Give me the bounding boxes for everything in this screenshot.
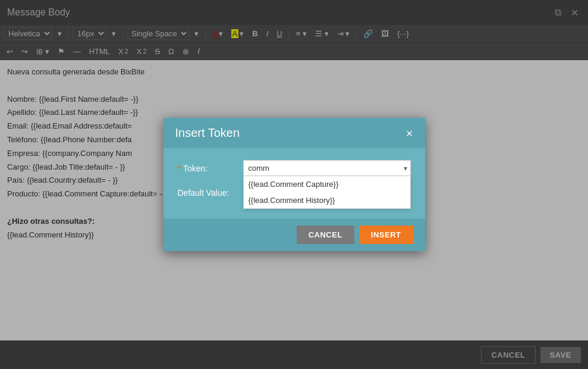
token-required-marker: *	[178, 164, 181, 173]
modal-insert-button[interactable]: INSERT	[359, 226, 413, 244]
token-input-wrap: ▾ {{lead.Comment Capture}} {{lead.Commen…	[243, 160, 411, 176]
default-value-label: Default Value:	[178, 185, 243, 198]
modal-overlay: Insert Token × *Token: ▾	[0, 0, 588, 369]
modal-body: *Token: ▾ {{lead.Comment Capture}} {{lea…	[163, 148, 425, 218]
dropdown-item-2[interactable]: {{lead.Comment History}}	[244, 192, 410, 208]
modal-footer: CANCEL INSERT	[163, 218, 425, 251]
token-label: *Token:	[178, 160, 243, 173]
insert-token-modal: Insert Token × *Token: ▾	[163, 118, 425, 251]
token-row: *Token: ▾ {{lead.Comment Capture}} {{lea…	[178, 160, 411, 176]
modal-header: Insert Token ×	[163, 118, 425, 148]
token-dropdown-list: {{lead.Comment Capture}} {{lead.Comment …	[243, 176, 411, 209]
token-control-wrap: ▾ {{lead.Comment Capture}} {{lead.Commen…	[243, 160, 411, 176]
dropdown-item-1[interactable]: {{lead.Comment Capture}}	[244, 176, 410, 192]
editor-window: Message Body ⧉ ✕ Helvetica ▾ 16px ▾ Sing…	[0, 0, 588, 369]
modal-title: Insert Token	[175, 126, 240, 140]
modal-cancel-button[interactable]: CANCEL	[297, 226, 354, 244]
modal-close-button[interactable]: ×	[406, 127, 413, 139]
token-input[interactable]	[243, 160, 411, 176]
